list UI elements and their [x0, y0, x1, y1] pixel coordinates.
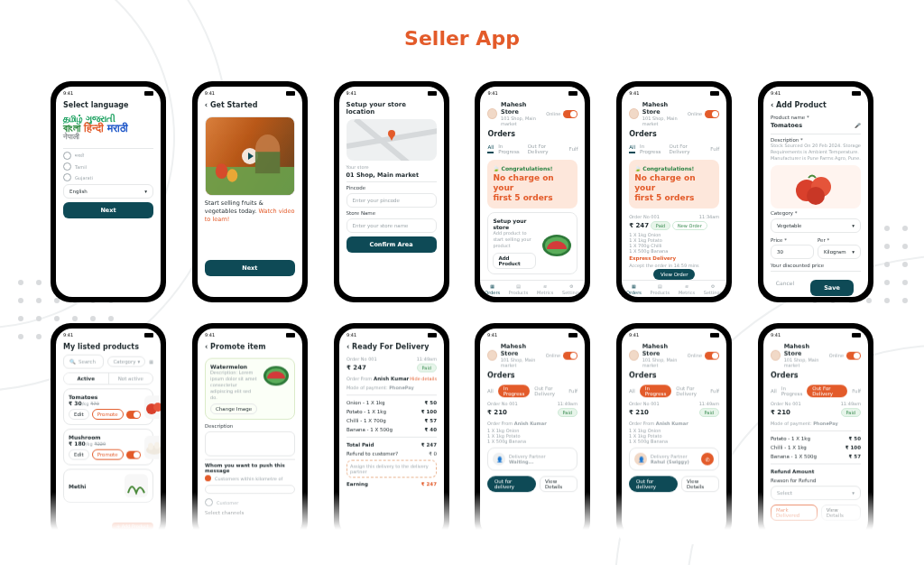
phone-row-1: 9:41 Select language தமிழ் ગુજરાતી বাংলা… — [51, 81, 873, 302]
refund-reason-select[interactable]: Select▾ — [771, 486, 861, 500]
online-toggle[interactable] — [705, 110, 719, 118]
change-image-button[interactable]: Change Image — [210, 403, 257, 414]
svg-point-2 — [242, 148, 258, 164]
product-image[interactable] — [771, 165, 861, 208]
label: Pincode — [346, 185, 437, 190]
section-title: Orders — [480, 130, 585, 142]
promote-button[interactable]: Promote — [92, 409, 124, 420]
onboarding-video[interactable] — [205, 116, 295, 196]
out-for-delivery-button[interactable]: Out for delivery — [487, 476, 536, 492]
waiting-status: Waiting... — [509, 459, 533, 465]
radio-customer[interactable]: Customer — [198, 496, 302, 508]
mark-delivered-button[interactable]: Mark Delivered — [771, 505, 818, 521]
svg-rect-31 — [428, 332, 437, 337]
promo-desc[interactable] — [205, 431, 295, 457]
svg-point-27 — [154, 441, 160, 449]
radio-option[interactable]: Gujarati — [75, 175, 93, 181]
radio-option[interactable]: मराठी — [75, 153, 84, 159]
radio-km[interactable]: Customers within kilometre of — [198, 473, 302, 483]
svg-point-8 — [226, 169, 237, 181]
nav-settings[interactable]: ⚙Settings — [562, 283, 581, 295]
screen-title: Add Product — [776, 101, 827, 109]
view-details-button[interactable]: View Details — [821, 505, 861, 521]
play-icon — [242, 148, 258, 164]
svg-rect-33 — [710, 332, 719, 337]
nav-metrics[interactable]: ≋Metrics — [537, 283, 553, 295]
phone-orders-assigned: 9:41 Mahesh Store101 Shop, Main marketOn… — [616, 323, 732, 542]
unit-select[interactable]: Kilogram▾ — [818, 245, 861, 259]
next-button[interactable]: Next — [63, 202, 153, 218]
svg-point-26 — [148, 442, 153, 449]
back-icon[interactable]: ‹ — [205, 101, 208, 109]
map-pin-icon — [387, 130, 396, 141]
back-icon[interactable]: ‹ — [771, 101, 773, 109]
storename-input[interactable]: Enter your store name — [346, 218, 437, 233]
product-thumb — [144, 395, 161, 419]
tab-fulfilled[interactable]: Fulf — [569, 146, 578, 152]
svg-rect-9 — [428, 91, 437, 96]
save-button[interactable]: Save — [810, 280, 854, 296]
showcase-canvas: Seller App 9:41 Select language தமிழ் ગુ… — [0, 0, 924, 565]
call-button[interactable]: ✆ — [701, 453, 714, 466]
avatar — [487, 108, 497, 119]
phone-orders-out: 9:41 Mahesh Store101 Shop, Main marketOn… — [758, 323, 873, 542]
status-time: 9:41 — [63, 90, 73, 96]
hide-details[interactable]: Hide details — [410, 375, 437, 381]
add-product-fab[interactable]: + Add Product — [112, 523, 153, 530]
watermelon-icon — [263, 364, 290, 414]
svg-rect-28 — [286, 332, 295, 337]
product-name[interactable]: Tomatoes — [771, 122, 802, 129]
pincode-input[interactable]: Enter your pincode — [346, 193, 437, 208]
view-order-button[interactable]: View Order — [653, 269, 695, 280]
screen-title: Get Started — [210, 101, 258, 109]
nav-orders[interactable]: ▦Orders — [485, 283, 500, 295]
page-title: Seller App — [0, 27, 924, 50]
view-details-button[interactable]: View Details — [540, 476, 578, 492]
store-value: 01 Shop, Main market — [346, 171, 437, 179]
add-product-button[interactable]: Add Product — [493, 253, 536, 269]
cancel-button[interactable]: Cancel — [771, 276, 799, 297]
svg-line-10 — [346, 128, 437, 146]
price-input[interactable]: 30 — [771, 245, 814, 259]
phone-orders-banner: 9:41 Mahesh Store101 Shop, Main market O… — [475, 81, 590, 302]
mic-icon[interactable]: 🎤 — [855, 123, 861, 128]
view-details-button[interactable]: View Details — [681, 476, 719, 492]
phone-store-location: 9:41 Setup your store location Your stor… — [334, 81, 449, 302]
active-segment[interactable]: ActiveNot active — [63, 372, 153, 384]
category-filter[interactable]: Category▾ — [107, 357, 145, 367]
back-icon[interactable]: ‹ — [346, 343, 349, 351]
product-toggle[interactable] — [126, 411, 141, 419]
phone-add-product: 9:41 ‹ Add Product Product name * Tomato… — [758, 81, 873, 302]
tab-inprogress[interactable]: In Progress — [498, 144, 523, 154]
product-desc[interactable]: Stock Sourced On 20 Feb 2024. Storage Re… — [763, 143, 868, 163]
map-preview[interactable] — [346, 119, 437, 161]
out-for-delivery-button[interactable]: Out for delivery — [629, 476, 678, 492]
confirm-area-button[interactable]: Confirm Area — [346, 236, 437, 253]
category-select[interactable]: Vegetable▾ — [771, 218, 861, 233]
nav-products[interactable]: ▤Products — [509, 283, 529, 295]
grid-toggle[interactable]: ▦ — [149, 359, 153, 365]
svg-rect-6 — [255, 152, 280, 173]
svg-rect-0 — [144, 91, 153, 96]
online-toggle[interactable] — [563, 110, 578, 118]
svg-rect-32 — [568, 332, 578, 337]
screen-title: Select language — [56, 97, 161, 113]
phone-get-started: 9:41 ‹ Get Started Start selling — [192, 81, 308, 302]
svg-point-7 — [216, 163, 228, 179]
screen-title: Setup your store location — [339, 97, 444, 119]
svg-rect-17 — [710, 91, 719, 96]
edit-button[interactable]: Edit — [69, 409, 89, 420]
tab-all[interactable]: All — [487, 144, 494, 153]
svg-rect-1 — [286, 91, 295, 96]
tab-out[interactable]: Out For Delivery — [528, 144, 565, 154]
search-icon: 🔍 — [69, 359, 76, 365]
next-button[interactable]: Next — [205, 260, 295, 276]
search-input[interactable]: 🔍Search — [63, 355, 104, 369]
svg-marker-3 — [248, 153, 254, 160]
svg-marker-13 — [389, 135, 394, 141]
svg-line-11 — [356, 119, 410, 161]
back-icon[interactable]: ‹ — [205, 343, 208, 351]
assign-box[interactable]: Assign this delivery to the delivery par… — [346, 460, 437, 478]
language-select[interactable]: English▾ — [63, 184, 153, 199]
radio-option[interactable]: Tamil — [75, 164, 87, 170]
